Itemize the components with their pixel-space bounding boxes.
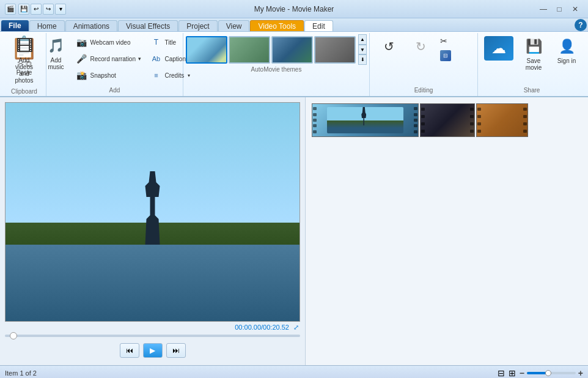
film-perfs-left-2 — [421, 104, 425, 136]
app-title: My Movie - Movie Maker — [254, 5, 334, 13]
snapshot-icon: 📸 — [76, 69, 88, 81]
theme-thumb-4[interactable] — [314, 36, 356, 64]
add-videos-icon: 🎞 — [15, 36, 34, 56]
trim-button[interactable]: ✂ — [437, 34, 474, 48]
sign-in-button[interactable]: 👤 Sign in — [551, 34, 582, 73]
zoom-handle[interactable] — [545, 370, 551, 376]
customize-icon[interactable]: ▾ — [55, 4, 66, 15]
redo-icon[interactable]: ↪ — [43, 4, 54, 15]
tab-view[interactable]: View — [218, 20, 250, 31]
video-controls: ⏮ ▶ ⏭ — [5, 338, 300, 360]
add-music-label: Add music — [44, 57, 68, 70]
tab-edit[interactable]: Edit — [304, 20, 333, 31]
editing-buttons: ↺ ↻ ✂ ⊟ — [373, 34, 474, 63]
sign-in-label: Sign in — [557, 57, 576, 64]
seek-bar[interactable] — [5, 335, 300, 337]
add-section: 🎞 Add videos and photos 🎵 Add music 📷 We… — [46, 33, 183, 96]
film-perfs-right-1 — [413, 104, 418, 136]
share-buttons: ☁ 💾 Save movie 👤 Sign in — [482, 34, 582, 73]
share-section: ☁ 💾 Save movie 👤 Sign in Share — [478, 33, 586, 96]
editing-label: Editing — [373, 86, 474, 95]
film-clip-1[interactable] — [312, 103, 419, 137]
minimize-button[interactable]: — — [535, 3, 551, 15]
zoom-out-button[interactable]: − — [520, 368, 524, 378]
rotate-right-button[interactable]: ↻ — [405, 34, 436, 63]
editing-section: ↺ ↻ ✂ ⊟ Editing — [370, 33, 478, 96]
seek-handle[interactable] — [10, 332, 17, 339]
tab-visual-effects[interactable]: Visual Effects — [118, 20, 178, 31]
close-button[interactable]: ✕ — [567, 3, 583, 15]
tab-animations[interactable]: Animations — [65, 20, 117, 31]
tab-file[interactable]: File — [1, 20, 29, 31]
theme-thumb-1[interactable] — [186, 36, 227, 64]
theme-thumb-2[interactable] — [229, 36, 270, 64]
tab-project[interactable]: Project — [178, 20, 217, 31]
zoom-slider[interactable] — [527, 372, 576, 374]
add-music-button[interactable]: 🎵 Add music — [41, 34, 72, 72]
skydrive-button[interactable]: ☁ — [482, 34, 516, 73]
film-perfs-right-2 — [469, 104, 474, 136]
zoom-bar: − + — [520, 368, 583, 378]
screen-toggle-icon[interactable]: ⊞ — [509, 368, 516, 378]
split-button[interactable]: ⊟ — [437, 48, 474, 63]
skip-forward-button[interactable]: ⏭ — [166, 343, 186, 358]
video-timestamp: 00:00.00/00:20.52 ⤢ — [5, 322, 300, 333]
record-narration-button[interactable]: 🎤 Record narration ▾ — [73, 51, 146, 67]
timestamp-text: 00:00.00/00:20.52 — [235, 324, 289, 331]
film-clip-3[interactable] — [476, 103, 528, 137]
themes-scroll-up[interactable]: ▲ — [358, 34, 367, 45]
theme-thumb-3[interactable] — [271, 36, 313, 64]
video-scene — [6, 103, 300, 321]
tab-bar: File Home Animations Visual Effects Proj… — [0, 18, 588, 32]
expand-icon[interactable]: ⤢ — [293, 324, 299, 331]
screen-icon[interactable]: ⊟ — [498, 368, 505, 378]
status-bar: Item 1 of 2 ⊟ ⊞ − + — [0, 365, 588, 378]
microphone-icon: 🎤 — [76, 53, 88, 65]
caption-icon: Ab — [150, 53, 163, 65]
storyboard — [306, 97, 588, 365]
rewind-button[interactable]: ⏮ — [120, 343, 139, 358]
clipboard-label: Clipboard — [11, 88, 37, 95]
trim-icon: ✂ — [440, 36, 447, 46]
play-button[interactable]: ▶ — [143, 343, 163, 358]
automovie-label: AutoMovie themes — [186, 65, 367, 74]
film-clip-2[interactable] — [420, 103, 475, 137]
main-content: 00:00.00/00:20.52 ⤢ ⏮ ▶ ⏭ — [0, 97, 588, 365]
add-videos-label: Add videos and photos — [12, 57, 37, 84]
maximize-button[interactable]: □ — [551, 3, 567, 15]
rotate-left-icon: ↺ — [379, 37, 399, 56]
themes-dropdown[interactable]: ⬇ — [358, 54, 367, 65]
add-videos-button[interactable]: 🎞 Add videos and photos — [9, 34, 40, 86]
zoom-in-button[interactable]: + — [578, 368, 583, 378]
snapshot-label: Snapshot — [90, 72, 116, 79]
save-movie-icon: 💾 — [524, 37, 543, 56]
water-area — [6, 245, 300, 321]
add-music-icon: 🎵 — [46, 36, 66, 56]
tab-home[interactable]: Home — [29, 20, 65, 31]
video-frame — [5, 102, 300, 322]
cloud-icon: ☁ — [484, 36, 513, 61]
status-right: ⊟ ⊞ − + — [498, 368, 583, 378]
webcam-icon: 📷 — [76, 36, 88, 48]
themes-scroll-down[interactable]: ▼ — [358, 45, 367, 55]
rotate-left-button[interactable]: ↺ — [373, 34, 404, 63]
save-movie-label: Save movie — [526, 57, 542, 71]
seek-bar-area[interactable] — [5, 333, 300, 338]
tab-video-tools[interactable]: Video Tools — [250, 20, 304, 31]
save-quick-icon[interactable]: 💾 — [18, 4, 29, 15]
automovie-section: ▲ ▼ ⬇ AutoMovie themes — [183, 33, 370, 96]
undo-icon[interactable]: ↩ — [31, 4, 42, 15]
save-movie-button[interactable]: 💾 Save movie — [518, 34, 549, 73]
clip1-content — [317, 104, 413, 136]
help-button[interactable]: ? — [575, 19, 587, 31]
webcam-video-button[interactable]: 📷 Webcam video — [73, 34, 146, 50]
split-icon: ⊟ — [440, 50, 451, 61]
title-label: Title — [165, 39, 177, 46]
snapshot-button[interactable]: 📸 Snapshot — [73, 67, 146, 83]
title-icon: T — [150, 36, 163, 48]
credits-label: Credits — [165, 72, 185, 79]
app-icon: 🎬 — [5, 4, 16, 15]
caption-label: Caption — [165, 56, 186, 62]
video-preview-panel: 00:00.00/00:20.52 ⤢ ⏮ ▶ ⏭ — [0, 97, 306, 365]
film-perfs-right-3 — [523, 104, 527, 136]
